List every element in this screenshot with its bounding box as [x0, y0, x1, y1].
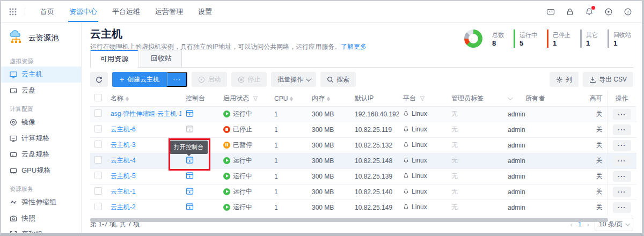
sidebar-item-cloud-disk[interactable]: 云盘 — [1, 83, 81, 99]
vm-name-link[interactable]: 云主机-4 — [111, 157, 136, 164]
feedback-icon[interactable] — [546, 8, 555, 16]
owner-cell: admin — [503, 184, 573, 200]
col-name[interactable]: 名称 — [106, 91, 181, 106]
status-icon — [223, 204, 230, 211]
play-circle-icon — [198, 76, 205, 83]
col-cpu[interactable]: CPU — [270, 91, 308, 106]
table-row: 云主机-2 运行中 1 300 MB 10.82.25.149 Linux 无 … — [90, 200, 636, 215]
row-actions-button[interactable]: ··· — [613, 140, 631, 151]
console-icon[interactable] — [186, 156, 194, 164]
filter-icon[interactable] — [420, 96, 425, 101]
platform-badge: Linux — [403, 126, 427, 133]
sidebar-item-compute-spec[interactable]: 计算规格 — [1, 130, 81, 146]
status-icon — [223, 126, 230, 133]
sort-icon[interactable] — [290, 97, 293, 101]
stop-button[interactable]: 停止 — [231, 72, 267, 87]
vm-name-link[interactable]: 云主机-5 — [111, 172, 136, 180]
status-badge: 已暂停 — [223, 141, 252, 150]
console-icon[interactable] — [186, 109, 194, 117]
stat-stopped: 已停止 1 — [547, 30, 570, 48]
col-status[interactable]: 启用状态 — [219, 91, 270, 106]
owner-cell: admin — [503, 137, 573, 153]
nav-item-settings[interactable]: 设置 — [191, 1, 219, 22]
row-checkbox[interactable] — [94, 125, 102, 132]
section-resource-services: 资源服务 — [10, 185, 81, 193]
row-actions-button[interactable]: ··· — [613, 187, 631, 197]
status-label: 运行中 — [233, 187, 252, 196]
tab-recycle-bin[interactable]: 回收站 — [141, 50, 182, 67]
app-launcher-icon[interactable] — [9, 8, 17, 16]
notification-bell-icon[interactable] — [585, 8, 594, 16]
status-label: 已暂停 — [233, 141, 252, 150]
select-all-checkbox[interactable] — [94, 94, 102, 101]
sidebar-item-snapshot[interactable]: 快照 — [1, 210, 81, 226]
col-platform[interactable]: 平台 — [399, 91, 447, 106]
row-checkbox[interactable] — [94, 141, 102, 148]
col-admin-tags: 管理员标签 — [447, 91, 503, 106]
chevron-down-icon[interactable] — [508, 95, 513, 100]
console-icon[interactable] — [186, 203, 194, 211]
vm-name-link[interactable]: 云主机-3 — [111, 141, 136, 149]
create-more-button[interactable]: ··· — [167, 72, 187, 87]
gpu-icon — [10, 167, 17, 174]
nav-item-resource-center[interactable]: 资源中心 — [62, 1, 105, 22]
start-button[interactable]: 启动 — [192, 72, 227, 87]
sidebar-item-gpu-spec[interactable]: GPU规格 — [1, 163, 81, 179]
row-actions-button[interactable]: ··· — [613, 202, 631, 213]
lock-icon[interactable] — [566, 8, 574, 16]
ha-cell: 关 — [573, 200, 607, 215]
status-icon — [223, 142, 230, 149]
search-icon — [327, 76, 334, 83]
vm-name-link[interactable]: 云主机-2 — [111, 203, 136, 211]
sort-icon[interactable] — [327, 97, 330, 101]
console-icon[interactable] — [186, 172, 194, 180]
vm-name-link[interactable]: 云主机-6 — [111, 126, 136, 133]
table-body: asg-弹性伸缩组-云主机-1e2fc 运行中 1 300 MB 192.168… — [90, 106, 636, 215]
nav-item-platform-ops[interactable]: 平台运维 — [105, 1, 148, 22]
ha-cell: 关 — [573, 137, 607, 153]
export-csv-button[interactable]: 导出 CSV — [583, 72, 633, 87]
nav-item-operation-mgmt[interactable]: 运营管理 — [148, 1, 191, 22]
console-icon[interactable] — [186, 125, 194, 133]
row-checkbox[interactable] — [94, 187, 102, 195]
horizontal-scrollbar[interactable] — [90, 218, 608, 222]
sidebar-item-cloud-host[interactable]: 云主机 — [1, 67, 81, 83]
status-icon — [223, 110, 230, 117]
status-badge: 运行中 — [223, 156, 252, 165]
vm-name-link[interactable]: 云主机-1 — [111, 188, 136, 195]
row-checkbox[interactable] — [94, 109, 102, 117]
col-memory[interactable]: 内存 — [308, 91, 350, 106]
console-icon[interactable] — [186, 187, 194, 195]
sidebar-item-affinity-group[interactable]: 亲和组 — [1, 226, 81, 233]
row-actions-button[interactable]: ··· — [613, 124, 631, 135]
nav-item-home[interactable]: 首页 — [33, 1, 62, 22]
help-icon[interactable]: ? — [624, 8, 632, 16]
refresh-button[interactable] — [90, 72, 108, 87]
sidebar-item-autoscaling-group[interactable]: 弹性伸缩组 — [1, 194, 81, 210]
svg-text:?: ? — [627, 10, 630, 14]
sidebar-item-image[interactable]: 镜像 — [1, 114, 81, 130]
row-checkbox[interactable] — [94, 172, 102, 179]
row-actions-button[interactable]: ··· — [613, 156, 631, 166]
sidebar-item-disk-spec[interactable]: 云盘规格 — [1, 146, 81, 163]
platform-label: Linux — [412, 157, 427, 164]
filter-icon[interactable] — [253, 96, 258, 101]
learn-more-link[interactable]: 了解更多 — [341, 43, 367, 50]
platform-badge: Linux — [403, 157, 427, 164]
recording-icon[interactable] — [604, 8, 613, 16]
create-host-button[interactable]: +创建云主机 — [112, 72, 167, 87]
image-icon — [10, 119, 17, 126]
row-checkbox[interactable] — [94, 156, 102, 164]
columns-button[interactable]: 列 — [550, 72, 579, 87]
search-button[interactable]: 搜索 — [320, 72, 356, 87]
batch-operations-button[interactable]: 批量操作 — [271, 72, 316, 87]
row-actions-button[interactable]: ··· — [613, 109, 631, 120]
linux-penguin-icon — [403, 188, 409, 195]
vm-name-link[interactable]: asg-弹性伸缩组-云主机-1e2fc — [111, 110, 181, 117]
tab-available-resources[interactable]: 可用资源 — [90, 50, 138, 67]
row-actions-button[interactable]: ··· — [613, 171, 631, 182]
sort-icon[interactable] — [126, 97, 129, 101]
donut-chart — [464, 30, 482, 48]
tab-bar: 可用资源 回收站 — [90, 50, 633, 68]
row-checkbox[interactable] — [94, 203, 102, 210]
